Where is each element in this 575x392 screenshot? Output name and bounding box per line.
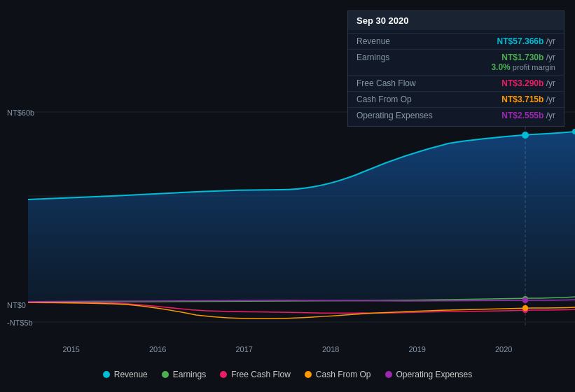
tooltip-label-fcf: Free Cash Flow — [356, 78, 456, 88]
y-label-neg5b: -NT$5b — [7, 318, 33, 327]
legend-label-opex: Operating Expenses — [396, 370, 473, 379]
tooltip-card: Sep 30 2020 Revenue NT$57.366b /yr Earni… — [347, 10, 564, 127]
tooltip-row-fcf: Free Cash Flow NT$3.290b /yr — [348, 75, 564, 91]
legend-item-opex[interactable]: Operating Expenses — [385, 370, 473, 379]
tooltip-row-revenue: Revenue NT$57.366b /yr — [348, 33, 564, 49]
svg-point-10 — [522, 305, 528, 311]
tooltip-value-revenue: NT$57.366b /yr — [456, 36, 555, 46]
tooltip-row-opex: Operating Expenses NT$2.555b /yr — [348, 107, 564, 123]
tooltip-label-revenue: Revenue — [356, 36, 456, 46]
legend-item-earnings[interactable]: Earnings — [162, 370, 206, 379]
legend-dot-earnings — [162, 371, 169, 378]
tooltip-label-opex: Operating Expenses — [356, 111, 456, 120]
tooltip-label-cashfromop: Cash From Op — [356, 94, 456, 104]
legend-label-revenue: Revenue — [114, 370, 148, 379]
x-axis: 2015 2016 2017 2018 2019 2020 — [0, 345, 575, 354]
svg-point-11 — [522, 298, 528, 303]
chart-legend: Revenue Earnings Free Cash Flow Cash Fro… — [0, 364, 575, 385]
legend-item-revenue[interactable]: Revenue — [103, 370, 148, 379]
legend-dot-cashfromop — [305, 371, 312, 378]
legend-label-earnings: Earnings — [173, 370, 206, 379]
y-label-60b: NT$60b — [7, 108, 34, 117]
legend-dot-revenue — [103, 371, 110, 378]
x-label-2018: 2018 — [322, 345, 339, 354]
legend-item-fcf[interactable]: Free Cash Flow — [220, 370, 291, 379]
legend-item-cashfromop[interactable]: Cash From Op — [305, 370, 371, 379]
chart-container: NT$60b NT$0 -NT$5b 2015 2016 2017 2018 2… — [0, 0, 575, 392]
tooltip-value-fcf: NT$3.290b /yr — [456, 78, 555, 88]
legend-dot-opex — [385, 371, 392, 378]
x-label-2015: 2015 — [63, 345, 80, 354]
tooltip-body: Revenue NT$57.366b /yr Earnings NT$1.730… — [348, 30, 564, 126]
y-label-0: NT$0 — [7, 301, 26, 309]
tooltip-value-cashfromop: NT$3.715b /yr — [456, 94, 555, 104]
tooltip-row-cashfromop: Cash From Op NT$3.715b /yr — [348, 91, 564, 107]
tooltip-value-opex: NT$2.555b /yr — [456, 111, 555, 120]
x-label-2020: 2020 — [495, 345, 512, 354]
tooltip-row-earnings: Earnings NT$1.730b /yr 3.0% profit margi… — [348, 49, 564, 75]
x-label-2019: 2019 — [409, 345, 426, 354]
legend-label-fcf: Free Cash Flow — [231, 370, 291, 379]
legend-label-cashfromop: Cash From Op — [316, 370, 371, 379]
tooltip-value-earnings: NT$1.730b /yr 3.0% profit margin — [456, 52, 555, 72]
legend-dot-fcf — [220, 371, 227, 378]
tooltip-label-earnings: Earnings — [356, 52, 456, 62]
x-label-2016: 2016 — [149, 345, 166, 354]
svg-point-7 — [522, 132, 529, 139]
tooltip-date: Sep 30 2020 — [348, 11, 564, 30]
x-label-2017: 2017 — [236, 345, 253, 354]
